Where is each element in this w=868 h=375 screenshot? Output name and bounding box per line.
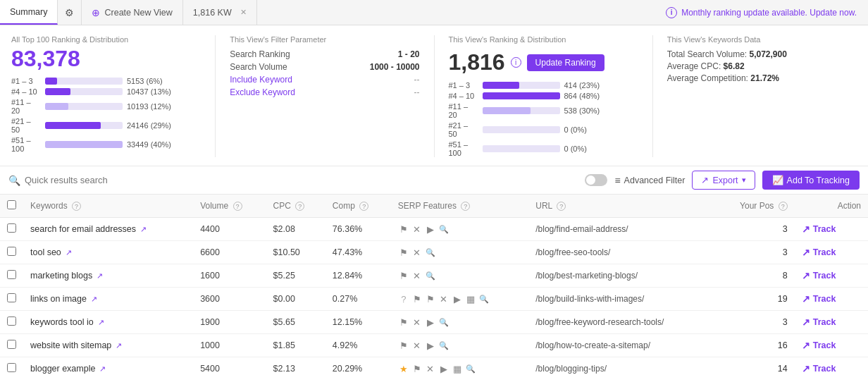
keywords-table-wrap: Keywords ? Volume ? CPC ? Comp ? SERP Fe…: [0, 195, 868, 375]
tab-close-icon[interactable]: ✕: [240, 8, 247, 17]
add-tracking-button[interactable]: 📈 Add To Tracking: [762, 171, 860, 190]
track-label: Track: [813, 294, 836, 304]
comp-cell: 4.92%: [326, 334, 391, 357]
select-all-checkbox[interactable]: [7, 200, 16, 209]
keyword-text[interactable]: search for email addresses: [30, 224, 136, 234]
row-checkbox[interactable]: [7, 293, 16, 302]
keyword-text[interactable]: website with sitemap: [30, 340, 111, 350]
track-button[interactable]: ↗ Track: [802, 247, 836, 258]
keyword-text[interactable]: links on image: [30, 294, 87, 304]
volume-cell: 5400: [193, 357, 266, 376]
filter-search-ranking-val: 1 - 20: [398, 49, 420, 59]
serp-cell: ⚑✕▶🔍: [391, 311, 528, 334]
x-serp-icon: ✕: [411, 247, 423, 258]
serp-help-icon[interactable]: ?: [461, 202, 470, 211]
view-ranking-number: 1,816: [449, 49, 505, 75]
keyword-text[interactable]: marketing blogs: [30, 271, 92, 281]
rank-row: #11 – 20 10193 (12%): [11, 98, 201, 115]
search-serp-icon: 🔍: [438, 316, 450, 328]
keyword-text[interactable]: keywords tool io: [30, 317, 94, 327]
rank-count: 0 (0%): [564, 145, 587, 153]
search-input[interactable]: [25, 175, 578, 185]
keyword-wrap: tool seo ↗: [30, 247, 186, 257]
external-link-icon[interactable]: ↗: [97, 271, 103, 281]
tab-summary[interactable]: Summary: [0, 0, 58, 25]
keyword-help-icon[interactable]: ?: [72, 202, 81, 211]
url-cell: /blog/build-links-with-images/: [528, 288, 714, 311]
serp-cell: ⚑✕🔍: [391, 264, 528, 288]
x-serp-icon: ✕: [425, 363, 436, 374]
track-button[interactable]: ↗ Track: [802, 270, 836, 281]
row-checkbox[interactable]: [7, 340, 16, 349]
track-button[interactable]: ↗ Track: [802, 340, 836, 351]
pos-cell: 3: [714, 218, 795, 241]
tab-1816kw[interactable]: 1,816 KW ✕: [183, 0, 257, 25]
rank-count: 414 (23%): [564, 81, 600, 90]
export-button[interactable]: ↗ Export ▾: [692, 171, 755, 190]
col-header-cpc: CPC ?: [266, 195, 326, 218]
external-link-icon[interactable]: ↗: [91, 295, 97, 304]
toggle-switch[interactable]: [585, 174, 607, 186]
advanced-filter-button[interactable]: ≡ Advanced Filter: [614, 175, 685, 186]
chevron-down-icon: ▾: [742, 176, 746, 185]
external-link-icon[interactable]: ↗: [99, 364, 106, 374]
rank-count: 864 (48%): [564, 92, 600, 100]
keyword-text[interactable]: tool seo: [30, 247, 61, 257]
update-ranking-button[interactable]: Update Ranking: [527, 54, 604, 71]
keyword-wrap: marketing blogs ↗: [30, 271, 186, 281]
col-header-serp: SERP Features ?: [391, 195, 528, 218]
track-arrow-icon: ↗: [802, 363, 810, 374]
track-button[interactable]: ↗ Track: [802, 223, 836, 235]
pos-help-icon[interactable]: ?: [779, 202, 788, 211]
pos-cell: 16: [714, 334, 795, 357]
rank-bar-fill: [45, 122, 101, 129]
row-checkbox[interactable]: [7, 363, 16, 372]
external-link-icon[interactable]: ↗: [66, 248, 72, 257]
rank-bar-fill: [483, 82, 520, 89]
volume-help-icon[interactable]: ?: [233, 202, 242, 211]
row-checkbox[interactable]: [7, 270, 16, 279]
serp-cell: ?⚑⚑✕▶▦🔍: [391, 288, 528, 311]
row-checkbox[interactable]: [7, 316, 16, 326]
filter-search-volume: Search Volume 1000 - 10000: [230, 62, 419, 72]
track-button[interactable]: ↗ Track: [802, 316, 836, 328]
cpc-cell: $2.13: [266, 357, 326, 376]
toggle-wrap: [585, 174, 607, 186]
row-checkbox[interactable]: [7, 223, 16, 233]
cpc-help-icon[interactable]: ?: [295, 202, 304, 211]
tab-create-new-view[interactable]: ⊕ Create New View: [82, 0, 182, 25]
include-keyword-link[interactable]: Include Keyword --: [230, 75, 419, 85]
volume-cell: 6600: [193, 241, 266, 264]
row-checkbox-cell: [0, 218, 23, 241]
col-header-pos: Your Pos ?: [714, 195, 795, 218]
rank-row: #4 – 10 864 (48%): [449, 92, 638, 100]
pos-cell: 8: [714, 264, 795, 288]
export-label: Export: [712, 176, 738, 185]
keyword-text[interactable]: blogger example: [30, 364, 95, 374]
comp-help-icon[interactable]: ?: [359, 202, 368, 211]
tabs-bar: Summary ⚙ ⊕ Create New View 1,816 KW ✕ i…: [0, 0, 868, 25]
exclude-keyword-link[interactable]: Exclude Keyword --: [230, 87, 419, 97]
rank-label: #4 – 10: [449, 92, 478, 100]
all-top100-col: All Top 100 Ranking & Distribution 83,37…: [11, 35, 216, 157]
track-button[interactable]: ↗ Track: [802, 293, 836, 305]
update-notice[interactable]: i Monthly ranking update available. Upda…: [666, 7, 868, 18]
keywords-table: Keywords ? Volume ? CPC ? Comp ? SERP Fe…: [0, 195, 868, 375]
rank-row: #51 – 100 0 (0%): [449, 140, 638, 157]
all-top100-rows: #1 – 3 5153 (6%) #4 – 10 10437 (13%) #11…: [11, 77, 201, 153]
row-checkbox[interactable]: [7, 247, 16, 256]
external-link-icon[interactable]: ↗: [98, 318, 104, 327]
serp-icons-wrap: ⚑✕▶🔍: [398, 340, 521, 351]
all-top100-number: 83,378: [11, 47, 201, 71]
external-link-icon[interactable]: ↗: [116, 341, 122, 350]
track-button[interactable]: ↗ Track: [802, 363, 836, 374]
action-cell: ↗ Track: [795, 357, 868, 376]
external-link-icon[interactable]: ↗: [140, 225, 147, 234]
keyword-cell: search for email addresses ↗: [23, 218, 193, 241]
advanced-filter-label: Advanced Filter: [624, 176, 686, 185]
flag-serp-icon: ⚑: [398, 270, 409, 281]
tab-settings[interactable]: ⚙: [58, 0, 82, 25]
rank-bar-fill: [45, 88, 70, 95]
url-help-icon[interactable]: ?: [557, 202, 566, 211]
view-ranking-info-icon[interactable]: i: [511, 57, 521, 68]
